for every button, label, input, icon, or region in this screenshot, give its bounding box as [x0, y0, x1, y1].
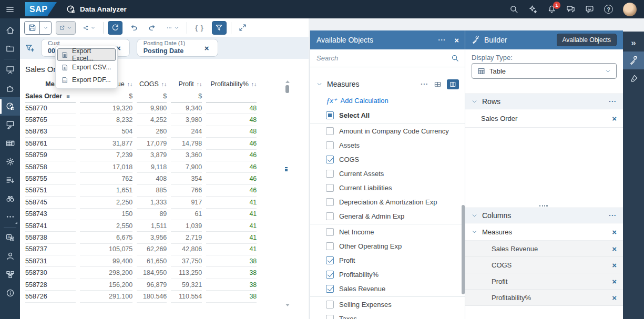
sales-order-cell[interactable]: 558755 — [25, 173, 76, 184]
value-cell[interactable]: 3,360 — [171, 150, 202, 161]
profitability-cell[interactable]: 48 — [206, 114, 257, 126]
remove-item-icon[interactable]: × — [612, 261, 617, 269]
measure-item-net-income[interactable]: Net Income — [310, 225, 465, 239]
value-cell[interactable]: 105,075 — [80, 244, 132, 255]
measure-item-cogs[interactable]: COGS — [310, 152, 465, 167]
value-cell[interactable]: 7,239 — [80, 150, 132, 161]
filter-chip-posting-date[interactable]: Posting Date (1) Posting Date × — [137, 39, 218, 57]
sidebar-item-data-table[interactable] — [0, 134, 20, 152]
checkbox-checked[interactable] — [326, 271, 334, 279]
styling-tool-button[interactable] — [623, 69, 644, 87]
search-icon[interactable] — [451, 54, 459, 62]
value-cell[interactable]: 59,321 — [171, 279, 202, 291]
value-cell[interactable]: 42,806 — [171, 244, 202, 255]
formula-code-button[interactable]: { } — [191, 24, 208, 32]
measure-item-taxes[interactable]: Taxes — [310, 312, 465, 319]
builder-tool-button[interactable] — [623, 52, 644, 69]
value-cell[interactable]: 9,340 — [171, 102, 202, 114]
menu-item-export-excel[interactable]: Export Excel... — [57, 48, 116, 61]
sales-order-cell[interactable]: 558726 — [25, 291, 76, 302]
measure-item-general-admin-exp[interactable]: General & Admin Exp — [310, 209, 465, 223]
assistant-icon[interactable] — [528, 5, 537, 14]
value-cell[interactable]: 3,956 — [137, 232, 167, 243]
value-cell[interactable]: 150 — [80, 209, 132, 220]
chevron-down-icon[interactable] — [472, 213, 477, 219]
add-filter-icon[interactable] — [25, 44, 34, 53]
value-cell[interactable]: 17,018 — [80, 161, 132, 173]
sales-order-cell[interactable]: 558745 — [25, 197, 76, 208]
value-cell[interactable]: 19,320 — [80, 102, 132, 114]
checkbox-unchecked[interactable] — [326, 242, 334, 250]
sales-order-cell[interactable]: 558758 — [25, 161, 76, 173]
fullscreen-button[interactable] — [236, 21, 250, 35]
columns-item-sales-revenue[interactable]: Sales Revenue× — [465, 241, 623, 257]
checkbox-checked[interactable] — [326, 156, 334, 163]
user-avatar[interactable] — [623, 3, 637, 16]
sort-icon[interactable]: ↑↓ — [161, 81, 167, 87]
profitability-cell[interactable]: 46 — [206, 161, 257, 173]
save-button[interactable] — [25, 22, 39, 34]
remove-filter-icon[interactable]: × — [202, 43, 211, 53]
measures-section-header[interactable]: Measures ••• — [310, 76, 465, 92]
profitability-cell[interactable]: 41 — [206, 232, 257, 243]
column-header-profitability-[interactable]: Profitability%↑↓ — [206, 78, 257, 90]
checkbox-checked[interactable] — [326, 256, 334, 264]
sidebar-item-puzzle[interactable] — [0, 79, 20, 97]
value-cell[interactable]: 408 — [137, 173, 167, 184]
row-dimension-header[interactable]: Sales Order≡ — [25, 90, 76, 102]
sidebar-item-slideshow[interactable] — [0, 60, 20, 79]
sales-order-cell[interactable]: 558751 — [25, 185, 76, 197]
profitability-cell[interactable]: 41 — [206, 197, 257, 208]
columns-item-profitability-[interactable]: Profitability%× — [465, 290, 623, 306]
value-cell[interactable]: 1,651 — [80, 185, 132, 197]
undo-button[interactable] — [127, 21, 141, 35]
value-cell[interactable]: 1,511 — [137, 220, 167, 232]
remove-item-icon[interactable]: × — [612, 294, 617, 302]
redo-button[interactable] — [145, 21, 159, 35]
columns-section-header[interactable]: Columns ••• — [465, 208, 623, 223]
rows-item-sales-order[interactable]: Sales Order× — [465, 110, 623, 128]
value-cell[interactable]: 184,950 — [137, 267, 167, 279]
value-cell[interactable]: 4,252 — [137, 114, 167, 126]
sales-order-cell[interactable]: 558731 — [25, 255, 76, 267]
value-cell[interactable]: 8,232 — [80, 114, 132, 126]
sort-icon[interactable]: ↑↓ — [127, 81, 133, 87]
value-cell[interactable]: 156,200 — [80, 279, 132, 291]
remove-item-icon[interactable]: × — [612, 245, 617, 253]
profitability-cell[interactable]: 38 — [206, 267, 257, 279]
sidebar-item-translate[interactable]: A — [0, 229, 20, 247]
value-cell[interactable]: 260 — [137, 126, 167, 138]
sales-order-cell[interactable]: 558761 — [25, 138, 76, 149]
value-cell[interactable]: 61,650 — [137, 255, 167, 267]
share-button[interactable] — [80, 21, 99, 35]
hierarchy-view-icon[interactable] — [447, 79, 459, 89]
sidebar-item-binoculars[interactable] — [0, 189, 20, 208]
value-cell[interactable]: 2,250 — [80, 197, 132, 208]
notifications-icon[interactable]: 1 — [547, 5, 556, 14]
sidebar-item-export-list[interactable] — [0, 171, 20, 189]
remove-item-icon[interactable]: × — [612, 115, 617, 122]
sales-order-cell[interactable]: 558743 — [25, 209, 76, 220]
checkbox-checked[interactable] — [326, 285, 334, 293]
columns-item-profit[interactable]: Profit× — [465, 273, 623, 290]
collapse-panel-button[interactable]: » — [623, 34, 644, 52]
measure-item-current-liabilities[interactable]: Current Liabilities — [310, 181, 465, 195]
measure-item-current-assets[interactable]: Current Assets — [310, 167, 465, 181]
value-cell[interactable]: 917 — [171, 197, 202, 208]
value-cell[interactable]: 96,879 — [137, 279, 167, 291]
measure-item-depreciation-amortization-exp[interactable]: Depreciation & Amortization Exp — [310, 195, 465, 209]
remove-item-icon[interactable]: × — [612, 228, 617, 236]
sales-order-cell[interactable]: 558765 — [25, 114, 76, 126]
profitability-cell[interactable]: 41 — [206, 209, 257, 220]
checkbox-unchecked[interactable] — [326, 212, 334, 220]
sidebar-item-whiteboard[interactable] — [0, 116, 20, 134]
value-cell[interactable]: 9,118 — [137, 161, 167, 173]
value-cell[interactable]: 298,200 — [80, 267, 132, 279]
measure-item-profit[interactable]: Profit — [310, 253, 465, 267]
checkbox-unchecked[interactable] — [326, 141, 334, 149]
value-cell[interactable]: 6,675 — [80, 232, 132, 243]
value-cell[interactable]: 1,333 — [137, 197, 167, 208]
table-scrollbar[interactable] — [285, 85, 289, 93]
section-overflow-icon[interactable]: ••• — [421, 82, 428, 86]
sidebar-item-folder[interactable] — [0, 39, 20, 58]
